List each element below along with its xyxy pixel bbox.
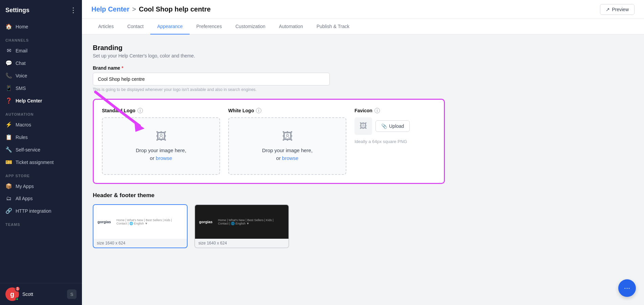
macros-icon: ⚡ bbox=[5, 121, 12, 128]
sidebar-item-label: Chat bbox=[16, 61, 26, 66]
drop-zone-text: Drop your image here, or browse bbox=[136, 147, 186, 162]
main-area: Help Center > Cool Shop help centre ↗ Pr… bbox=[82, 0, 644, 305]
breadcrumb-link[interactable]: Help Center bbox=[91, 5, 129, 13]
sidebar-item-home[interactable]: 🏠 Home bbox=[0, 20, 82, 33]
standard-logo-browse-link[interactable]: browse bbox=[156, 155, 172, 161]
tab-nav: Articles Contact Appearance Preferences … bbox=[82, 19, 644, 34]
self-service-icon: 🔧 bbox=[5, 146, 12, 153]
theme-card-dark[interactable]: gorgias Home | What's New | Best Sellers… bbox=[194, 204, 289, 248]
sidebar-item-sms[interactable]: 📱 SMS bbox=[0, 82, 82, 94]
ticket-icon: 🎫 bbox=[5, 159, 12, 165]
voice-icon: 📞 bbox=[5, 72, 12, 79]
tab-publish-track[interactable]: Publish & Track bbox=[310, 19, 356, 34]
sidebar-item-label: Macros bbox=[16, 122, 31, 127]
section-desc: Set up your Help Center's logo, color an… bbox=[93, 53, 633, 58]
tab-appearance[interactable]: Appearance bbox=[150, 19, 190, 34]
sidebar-header: Settings ⋮ bbox=[0, 0, 82, 20]
help-center-icon: ❓ bbox=[5, 97, 12, 104]
sidebar-item-label: HTTP integration bbox=[16, 208, 51, 214]
sidebar-item-label: All Apps bbox=[16, 196, 33, 201]
tab-automation[interactable]: Automation bbox=[272, 19, 310, 34]
sidebar-item-label: SMS bbox=[16, 86, 26, 91]
favicon-info-icon[interactable]: i bbox=[374, 108, 380, 113]
breadcrumb-current: Cool Shop help centre bbox=[139, 5, 211, 13]
standard-logo-dropzone[interactable]: 🖼 Drop your image here, or browse bbox=[102, 117, 220, 175]
chat-icon: 💬 bbox=[5, 60, 12, 66]
tab-articles[interactable]: Articles bbox=[91, 19, 121, 34]
white-logo-browse-link[interactable]: browse bbox=[282, 155, 298, 161]
brand-name-input[interactable] bbox=[93, 73, 330, 86]
chat-bubble-icon: ··· bbox=[624, 284, 630, 292]
standard-logo-box: Standard Logo i 🖼 Drop your image here, … bbox=[102, 108, 220, 175]
content-area: Branding Set up your Help Center's logo,… bbox=[82, 34, 644, 305]
theme-title: Header & footer theme bbox=[93, 192, 633, 199]
standard-logo-title: Standard Logo i bbox=[102, 108, 220, 113]
required-indicator: * bbox=[122, 65, 123, 71]
sidebar-section-automation: AUTOMATION bbox=[0, 107, 82, 118]
sidebar-item-ticket-assignment[interactable]: 🎫 Ticket assignment bbox=[0, 156, 82, 168]
sidebar-item-http-integration[interactable]: 🔗 HTTP integration bbox=[0, 205, 82, 217]
upload-button[interactable]: 📎 Upload bbox=[375, 120, 410, 132]
theme-card-light[interactable]: gorgias Home | What's New | Best Sellers… bbox=[93, 204, 188, 248]
logo-section: Standard Logo i 🖼 Drop your image here, … bbox=[93, 99, 445, 184]
avatar[interactable]: g 3 bbox=[5, 287, 19, 301]
user-name: Scott bbox=[22, 291, 33, 297]
sidebar-item-chat[interactable]: 💬 Chat bbox=[0, 57, 82, 69]
white-logo-title: White Logo i bbox=[228, 108, 346, 113]
sidebar-item-voice[interactable]: 📞 Voice bbox=[0, 69, 82, 82]
theme-section: Header & footer theme gorgias Home | Wha… bbox=[93, 192, 633, 248]
tab-customization[interactable]: Customization bbox=[229, 19, 272, 34]
preview-label: Preview bbox=[612, 7, 629, 12]
white-logo-box: White Logo i 🖼 Drop your image here, or … bbox=[228, 108, 346, 175]
sidebar-item-label: Email bbox=[16, 48, 27, 53]
email-icon: ✉ bbox=[5, 47, 12, 54]
drop-zone-text: Drop your image here, or browse bbox=[262, 147, 313, 162]
sidebar-item-macros[interactable]: ⚡ Macros bbox=[0, 118, 82, 131]
sidebar-item-my-apps[interactable]: 📦 My Apps bbox=[0, 180, 82, 192]
tab-preferences[interactable]: Preferences bbox=[190, 19, 229, 34]
sidebar-section-teams: TEAMS bbox=[0, 217, 82, 229]
sidebar-item-email[interactable]: ✉ Email bbox=[0, 44, 82, 57]
topbar: Help Center > Cool Shop help centre ↗ Pr… bbox=[82, 0, 644, 19]
white-logo-info-icon[interactable]: i bbox=[256, 108, 261, 113]
chat-bubble[interactable]: ··· bbox=[618, 279, 636, 297]
sidebar-item-label: Voice bbox=[16, 73, 27, 78]
avatar-letter: g bbox=[10, 290, 14, 298]
white-logo-dropzone[interactable]: 🖼 Drop your image here, or browse bbox=[228, 117, 346, 175]
upload-label: Upload bbox=[389, 123, 404, 129]
sidebar-item-label: My Apps bbox=[16, 184, 34, 189]
sidebar-menu-icon[interactable]: ⋮ bbox=[70, 6, 77, 14]
sidebar-item-self-service[interactable]: 🔧 Self-service bbox=[0, 143, 82, 156]
avatar-badge: 3 bbox=[15, 286, 20, 291]
user-settings-icon[interactable]: S bbox=[67, 289, 77, 299]
all-apps-icon: 🗂 bbox=[5, 195, 12, 202]
theme-preview-dark: gorgias Home | What's New | Best Sellers… bbox=[195, 205, 288, 239]
section-title: Branding bbox=[93, 44, 633, 52]
theme-preview-light: gorgias Home | What's New | Best Sellers… bbox=[93, 205, 187, 239]
sidebar-nav: 🏠 Home CHANNELS ✉ Email 💬 Chat 📞 Voice 📱… bbox=[0, 20, 82, 283]
sidebar-item-rules[interactable]: 📋 Rules bbox=[0, 131, 82, 143]
tab-contact[interactable]: Contact bbox=[121, 19, 150, 34]
favicon-hint: Ideally a 64px square PNG bbox=[355, 139, 436, 144]
sidebar-home-label: Home bbox=[16, 24, 28, 29]
breadcrumb-separator: > bbox=[132, 5, 136, 13]
sidebar: Settings ⋮ 🏠 Home CHANNELS ✉ Email 💬 Cha… bbox=[0, 0, 82, 305]
image-icon: 🖼 bbox=[156, 130, 167, 143]
theme-card-label: size 1640 x 624 bbox=[93, 239, 187, 248]
sidebar-item-help-center[interactable]: ❓ Help Center bbox=[0, 94, 82, 107]
sidebar-section-appstore: APP STORE bbox=[0, 168, 82, 180]
upload-icon: 📎 bbox=[381, 123, 387, 129]
sidebar-item-all-apps[interactable]: 🗂 All Apps bbox=[0, 192, 82, 205]
breadcrumb: Help Center > Cool Shop help centre bbox=[91, 5, 211, 13]
my-apps-icon: 📦 bbox=[5, 183, 12, 189]
online-indicator bbox=[16, 298, 19, 301]
home-icon: 🏠 bbox=[5, 23, 12, 30]
sidebar-item-label: Self-service bbox=[16, 147, 40, 152]
sms-icon: 📱 bbox=[5, 85, 12, 91]
favicon-upload-row: 🖼 📎 Upload bbox=[355, 117, 436, 135]
brand-name-hint: This is going to be displayed whenever y… bbox=[93, 87, 330, 92]
http-icon: 🔗 bbox=[5, 208, 12, 214]
standard-logo-info-icon[interactable]: i bbox=[137, 108, 143, 113]
preview-button[interactable]: ↗ Preview bbox=[600, 4, 635, 15]
favicon-box: Favicon i 🖼 📎 Upload Ideally a 64px squa… bbox=[355, 108, 436, 175]
